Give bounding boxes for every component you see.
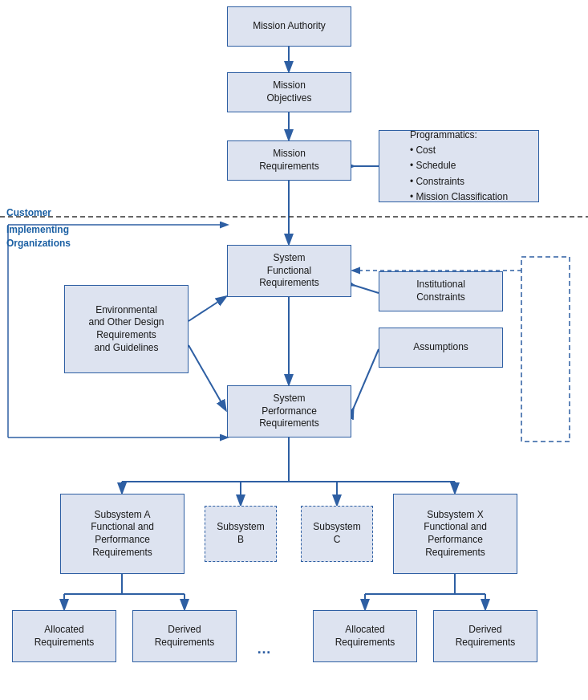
programmatics-box: Programmatics:• Cost• Schedule• Constrai… — [379, 130, 539, 202]
system-performance-box: SystemPerformanceRequirements — [227, 385, 351, 438]
programmatics-label: Programmatics:• Cost• Schedule• Constrai… — [410, 128, 508, 205]
svg-line-10 — [353, 349, 379, 409]
environmental-label: Environmentaland Other DesignRequirement… — [88, 304, 164, 354]
assumptions-label: Assumptions — [413, 341, 468, 354]
derived-req-2-box: DerivedRequirements — [433, 610, 537, 662]
mission-objectives-label: MissionObjectives — [266, 79, 311, 104]
subsystem-a-label: Subsystem AFunctional andPerformanceRequ… — [91, 509, 154, 559]
allocated-req-1-label: AllocatedRequirements — [34, 624, 95, 649]
customer-label: Customer — [6, 207, 51, 218]
subsystem-b-box: SubsystemB — [205, 506, 277, 562]
mission-authority-box: Mission Authority — [227, 6, 351, 47]
subsystem-x-box: Subsystem XFunctional andPerformanceRequ… — [393, 494, 517, 574]
environmental-box: Environmentaland Other DesignRequirement… — [64, 285, 189, 373]
system-functional-box: SystemFunctionalRequirements — [227, 245, 351, 297]
subsystem-c-label: SubsystemC — [313, 521, 360, 546]
ellipsis-label: … — [257, 641, 271, 657]
subsystem-c-box: SubsystemC — [301, 506, 373, 562]
svg-line-7 — [189, 297, 225, 321]
allocated-req-2-box: AllocatedRequirements — [313, 610, 417, 662]
system-functional-label: SystemFunctionalRequirements — [259, 252, 319, 290]
svg-rect-5 — [521, 257, 570, 442]
derived-req-1-label: DerivedRequirements — [155, 624, 215, 649]
institutional-box: InstitutionalConstraints — [379, 271, 503, 311]
mission-requirements-label: MissionRequirements — [259, 148, 319, 173]
implementing-label: ImplementingOrganizations — [6, 223, 71, 250]
svg-line-8 — [189, 345, 225, 409]
mission-objectives-box: MissionObjectives — [227, 72, 351, 112]
derived-req-1-box: DerivedRequirements — [132, 610, 237, 662]
subsystem-b-label: SubsystemB — [217, 521, 264, 546]
subsystem-x-label: Subsystem XFunctional andPerformanceRequ… — [424, 509, 487, 559]
allocated-req-1-box: AllocatedRequirements — [12, 610, 116, 662]
mission-requirements-box: MissionRequirements — [227, 140, 351, 181]
mission-authority-label: Mission Authority — [253, 20, 326, 33]
diagram-container: Mission Authority MissionObjectives Miss… — [0, 0, 588, 700]
system-performance-label: SystemPerformanceRequirements — [259, 393, 319, 430]
institutional-label: InstitutionalConstraints — [416, 279, 465, 303]
derived-req-2-label: DerivedRequirements — [456, 624, 516, 649]
svg-line-9 — [353, 285, 379, 293]
allocated-req-2-label: AllocatedRequirements — [335, 624, 395, 649]
assumptions-box: Assumptions — [379, 328, 503, 368]
subsystem-a-box: Subsystem AFunctional andPerformanceRequ… — [60, 494, 185, 574]
